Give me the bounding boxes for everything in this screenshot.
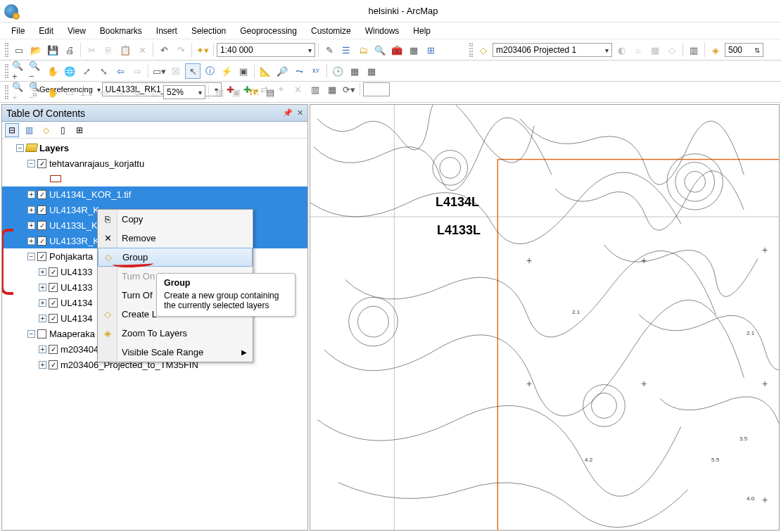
back-extent-icon[interactable]: ⇦ bbox=[113, 63, 128, 79]
full-extent-icon[interactable]: 🌐 bbox=[62, 63, 77, 79]
link-table-icon[interactable]: ▦ bbox=[324, 82, 340, 97]
forward-extent-icon[interactable]: ⇨ bbox=[129, 63, 145, 79]
collapse-icon[interactable]: − bbox=[27, 330, 35, 338]
checkbox[interactable]: ✓ bbox=[49, 314, 58, 323]
checkbox[interactable]: ✓ bbox=[37, 221, 46, 230]
zoom-out-icon[interactable]: 🔍− bbox=[28, 63, 44, 79]
new-icon[interactable]: ▭ bbox=[11, 42, 27, 58]
layout-zoom-in-icon[interactable]: 🔍+ bbox=[11, 84, 27, 100]
select-elements-icon[interactable]: ↖ bbox=[185, 63, 201, 79]
zoom-in-icon[interactable]: 🔍+ bbox=[11, 63, 27, 79]
viewer-icon[interactable]: ▥ bbox=[307, 82, 323, 97]
menu-windows[interactable]: Windows bbox=[360, 25, 405, 37]
checkbox[interactable]: ✓ bbox=[37, 205, 46, 215]
time-slider-icon[interactable]: 🕒 bbox=[330, 63, 345, 79]
flicker-rate[interactable]: 500 ⇅ bbox=[725, 43, 763, 57]
expand-icon[interactable]: + bbox=[39, 346, 46, 353]
menu-view[interactable]: View bbox=[62, 25, 91, 37]
data-driven-prev-icon[interactable]: ▯ bbox=[146, 84, 162, 100]
menu-file[interactable]: File bbox=[6, 25, 30, 37]
toolbar-handle[interactable] bbox=[5, 64, 8, 78]
html-popup-icon[interactable]: ▣ bbox=[236, 63, 251, 79]
ctx-copy[interactable]: ⎘ Copy bbox=[98, 210, 253, 229]
menu-insert[interactable]: Insert bbox=[151, 25, 183, 37]
list-by-drawing-order-icon[interactable]: ⊟ bbox=[5, 123, 19, 137]
search-icon[interactable]: 🔍 bbox=[372, 42, 388, 58]
checkbox[interactable]: ✓ bbox=[37, 159, 46, 168]
hyperlink-icon[interactable]: ⚡ bbox=[219, 63, 234, 79]
menu-geoprocessing[interactable]: Geoprocessing bbox=[234, 25, 303, 37]
catalog-icon[interactable]: 🗂 bbox=[355, 42, 371, 58]
copy-icon[interactable]: ⎘ bbox=[101, 42, 116, 58]
options-icon[interactable]: ⊞ bbox=[72, 123, 87, 137]
expand-icon[interactable]: + bbox=[27, 206, 35, 214]
dim-icon[interactable]: ◇ bbox=[664, 42, 680, 58]
checkbox[interactable]: ✓ bbox=[49, 283, 58, 292]
menu-bookmarks[interactable]: Bookmarks bbox=[94, 25, 148, 37]
save-icon[interactable]: 💾 bbox=[45, 42, 61, 58]
expand-icon[interactable]: + bbox=[39, 268, 46, 276]
checkbox-unchecked[interactable] bbox=[37, 329, 46, 338]
redo-icon[interactable]: ↷ bbox=[173, 42, 189, 58]
clear-selection-icon[interactable]: ☒ bbox=[168, 63, 184, 79]
toggle-draft-icon[interactable]: ▥ bbox=[212, 84, 227, 100]
cut-icon[interactable]: ✂ bbox=[84, 42, 99, 58]
rotate-icon[interactable]: ⟳▾ bbox=[341, 82, 357, 97]
checkbox[interactable]: ✓ bbox=[49, 360, 58, 369]
list-by-visibility-icon[interactable]: ◇ bbox=[39, 123, 53, 137]
python-icon[interactable]: ▦ bbox=[406, 42, 421, 58]
tree-root[interactable]: − Layers bbox=[2, 140, 307, 156]
editor-toolbar-icon[interactable]: ✎ bbox=[322, 42, 337, 58]
delete-link-icon[interactable]: ✕ bbox=[291, 82, 306, 97]
checkbox[interactable]: ✓ bbox=[49, 267, 58, 277]
fixed-zoom-in-icon[interactable]: ⤢ bbox=[79, 63, 94, 79]
go-to-xy-icon[interactable]: ᵡʸ bbox=[308, 63, 324, 79]
delete-icon[interactable]: ✕ bbox=[134, 42, 150, 58]
layer-row[interactable]: − ✓ tehtavanrajaus_korjattu bbox=[2, 156, 307, 171]
layout-forward-icon[interactable]: ⇨ bbox=[113, 84, 128, 100]
layout-100-icon[interactable]: 1:1 bbox=[79, 84, 94, 100]
arc-toolbox-icon[interactable]: 🧰 bbox=[389, 42, 405, 58]
brightness-icon[interactable]: ☼ bbox=[630, 42, 646, 58]
add-data-icon[interactable]: ✦▾ bbox=[195, 42, 210, 58]
toolbar-handle[interactable] bbox=[469, 43, 473, 57]
checkbox[interactable]: ✓ bbox=[37, 236, 46, 246]
layer-row-selected[interactable]: + ✓ UL4134L_KOR_1.tif bbox=[2, 186, 307, 202]
data-driven-pages-icon[interactable]: ▤ bbox=[262, 84, 278, 100]
expand-icon[interactable]: + bbox=[27, 191, 35, 198]
transparency-icon[interactable]: ▦ bbox=[647, 42, 663, 58]
menu-selection[interactable]: Selection bbox=[186, 25, 231, 37]
find-icon[interactable]: 🔎 bbox=[274, 63, 290, 79]
find-route-icon[interactable]: ⤳ bbox=[291, 63, 307, 79]
layout-zoom-combo[interactable]: 52% ▾ bbox=[163, 85, 205, 99]
checkbox[interactable]: ✓ bbox=[37, 190, 46, 199]
menu-help[interactable]: Help bbox=[407, 25, 436, 37]
layout-back-icon[interactable]: ⇦ bbox=[96, 84, 111, 100]
expand-icon[interactable]: + bbox=[39, 361, 46, 369]
menu-customize[interactable]: Customize bbox=[305, 25, 357, 37]
expand-icon[interactable]: + bbox=[27, 237, 35, 245]
ctx-remove[interactable]: ✕ Remove bbox=[98, 229, 253, 248]
fixed-zoom-out-icon[interactable]: ⤡ bbox=[96, 63, 111, 79]
data-driven-refresh-icon[interactable]: ↻ bbox=[129, 84, 145, 100]
model-builder-icon[interactable]: ⊞ bbox=[423, 42, 438, 58]
flicker-icon[interactable]: ◈ bbox=[708, 42, 723, 58]
collapse-icon[interactable]: − bbox=[16, 144, 24, 152]
toolbar-handle[interactable] bbox=[5, 43, 8, 57]
expand-icon[interactable]: + bbox=[39, 284, 46, 291]
layout-pan-icon[interactable]: ✋ bbox=[45, 84, 61, 100]
close-icon[interactable]: ✕ bbox=[297, 108, 303, 118]
undo-icon[interactable]: ↶ bbox=[156, 42, 172, 58]
pan-icon[interactable]: ✋ bbox=[45, 63, 61, 79]
create-viewer-icon[interactable]: ▦ bbox=[347, 63, 362, 79]
expand-icon[interactable]: + bbox=[27, 222, 35, 229]
measure-icon[interactable]: 📐 bbox=[258, 63, 273, 79]
map-view[interactable]: L4134L L4133L + + + + + + + 2.1 2.1 3.5 … bbox=[310, 104, 780, 531]
toolbar-handle[interactable] bbox=[5, 85, 8, 99]
ctx-visible-scale-range[interactable]: Visible Scale Range ▶ bbox=[98, 343, 253, 362]
contrast-icon[interactable]: ◐ bbox=[614, 42, 629, 58]
viewer-window-icon[interactable]: ▦ bbox=[364, 63, 379, 79]
layout-whole-page-icon[interactable]: ▭ bbox=[62, 84, 77, 100]
expand-icon[interactable]: + bbox=[39, 315, 46, 322]
collapse-icon[interactable]: − bbox=[27, 160, 35, 167]
